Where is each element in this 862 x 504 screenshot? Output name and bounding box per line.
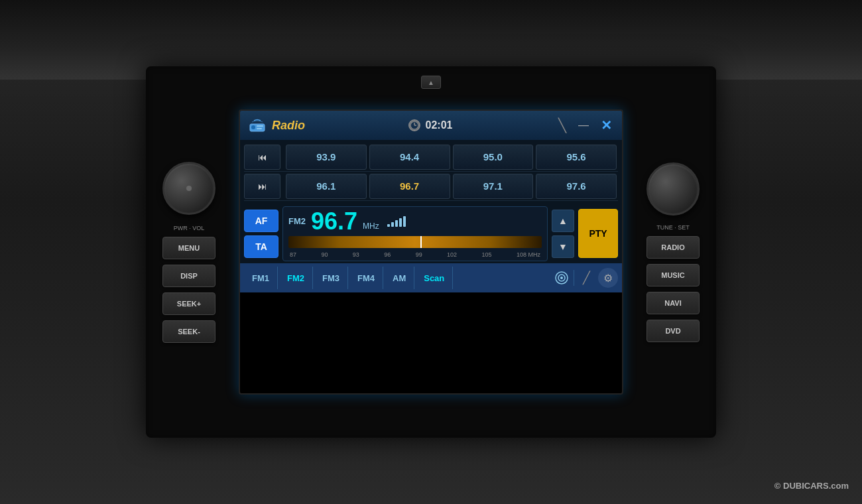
header-center: 02:01 [408,119,453,131]
left-controls: PWR · VOL MENU DISP SEEK+ SEEK- [153,162,225,343]
music-button[interactable]: MUSIC [646,264,700,286]
freq-unit: MHz [363,221,379,231]
freq-top: FM2 96.7 MHz [288,210,542,233]
seek-plus-button[interactable]: SEEK+ [162,292,216,315]
navi-button[interactable]: NAVI [646,292,700,314]
scale-108: 108 MHz [517,251,540,258]
bar-4 [399,218,402,227]
disp-button[interactable]: DISP [162,265,216,287]
scale-102: 102 [447,251,457,258]
clock-icon [408,119,420,131]
radio-icon [248,118,267,133]
up-down-column: ▲ ▼ [552,210,574,258]
bar-5 [403,216,406,227]
seek-minus-button[interactable]: SEEK- [162,320,216,343]
tab-divider [574,270,574,286]
screen-header: Radio 02:01 ╲ — ✕ [240,111,622,140]
volume-knob[interactable] [162,162,216,215]
preset-1-4[interactable]: 95.6 [536,145,617,170]
ta-button[interactable]: TA [244,235,278,258]
close-button[interactable]: ✕ [598,117,614,133]
separator-line: ╲ [558,117,566,133]
preset-row-1: ⏮ 93.9 94.4 95.0 95.6 [244,143,618,172]
header-right: ╲ — ✕ [556,117,614,133]
bar-3 [395,220,398,227]
screen-title: Radio [272,119,305,133]
tune-knob[interactable] [646,162,700,216]
freq-indicator [420,236,422,248]
svg-point-9 [560,277,563,279]
scale-96: 96 [384,251,391,258]
time-display: 02:01 [426,119,453,131]
pty-button[interactable]: PTY [578,209,618,258]
tab-scan[interactable]: Scan [416,267,453,289]
scale-87: 87 [290,251,296,258]
scale-105: 105 [482,251,492,258]
watermark: © DUBICARS.com [774,481,849,491]
frequency-scale[interactable] [288,236,542,248]
vol-label: PWR · VOL [174,225,205,231]
right-controls: TUNE · SET RADIO MUSIC NAVI DVD [637,162,709,342]
head-unit: ▲ PWR · VOL MENU DISP SEEK+ SEEK- [146,66,716,438]
radio-button[interactable]: RADIO [646,236,700,259]
preset-row-2: ⏭ 96.1 96.7 97.1 97.6 [244,172,618,201]
frequency-display: FM2 96.7 MHz [282,206,548,261]
loudspeaker-icon[interactable] [551,267,572,288]
presets-section: ⏮ 93.9 94.4 95.0 95.6 ⏭ 96.1 96.7 97.1 9… [240,140,622,204]
freq-down-button[interactable]: ▼ [552,235,574,258]
band-label: FM2 [288,216,306,226]
svg-rect-2 [257,125,263,127]
scale-93: 93 [353,251,359,258]
minimize-button[interactable]: — [576,117,591,133]
preset-2-2-active[interactable]: 96.7 [369,174,450,199]
preset-2-1[interactable]: 96.1 [286,174,367,199]
eject-button[interactable]: ▲ [421,76,441,89]
svg-rect-3 [257,128,262,129]
preset-2-3[interactable]: 97.1 [453,174,534,199]
seek-back-button[interactable]: ⏮ [244,145,280,170]
bottom-tabs: FM1 FM2 FM3 FM4 AM Scan ╱ ⚙ [240,263,622,292]
diagonal-icon: ╱ [576,267,597,288]
bar-1 [387,224,390,227]
tab-fm4[interactable]: FM4 [349,267,383,289]
preset-1-1[interactable]: 93.9 [286,145,367,170]
preset-2-4[interactable]: 97.6 [536,174,617,199]
svg-point-1 [251,125,255,129]
freq-up-button[interactable]: ▲ [552,210,574,232]
tune-label: TUNE · SET [656,224,690,231]
af-button[interactable]: AF [244,210,278,232]
main-screen: Radio 02:01 ╲ — ✕ [239,109,623,395]
header-left: Radio [248,118,305,133]
signal-bars [387,216,406,227]
scale-99: 99 [416,251,422,258]
frequency-number: 96.7 [311,210,357,233]
tuner-section: AF TA FM2 96.7 MHz [240,204,622,263]
menu-button[interactable]: MENU [162,237,216,259]
tab-am[interactable]: AM [385,267,414,289]
preset-1-2[interactable]: 94.4 [369,145,450,170]
preset-1-3[interactable]: 95.0 [453,145,534,170]
af-ta-column: AF TA [244,210,278,258]
car-panel: ▲ PWR · VOL MENU DISP SEEK+ SEEK- [0,0,862,504]
tab-fm1[interactable]: FM1 [244,267,278,289]
dvd-button[interactable]: DVD [646,320,700,342]
scale-90: 90 [321,251,328,258]
freq-scale-labels: 87 90 93 96 99 102 105 108 MHz [288,251,542,258]
tab-fm2[interactable]: FM2 [279,267,313,289]
bar-2 [391,222,394,227]
settings-icon[interactable]: ⚙ [598,268,618,288]
tab-fm3[interactable]: FM3 [314,267,348,289]
seek-fwd-button[interactable]: ⏭ [244,174,280,199]
